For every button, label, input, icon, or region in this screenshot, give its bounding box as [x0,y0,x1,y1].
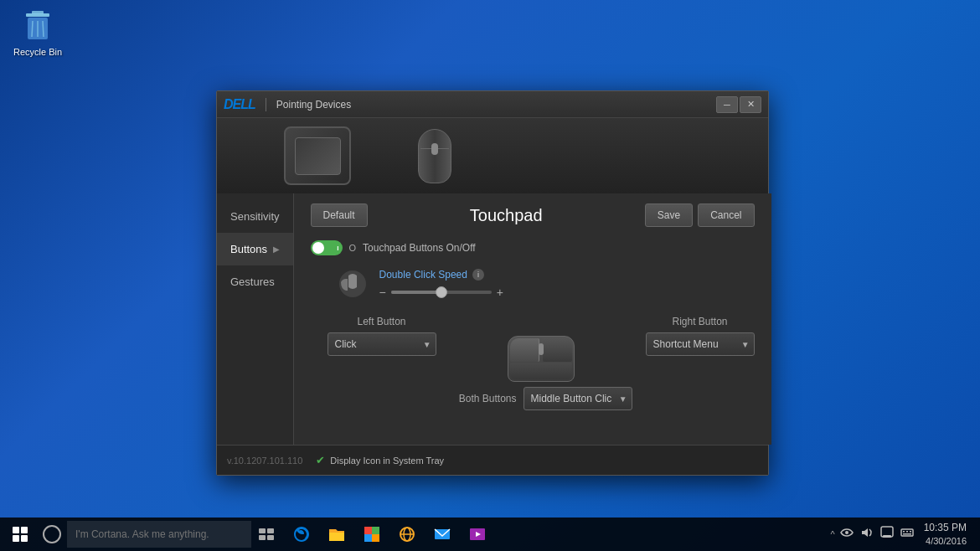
mouse-left-button-visual [510,338,539,362]
taskbar-explorer[interactable] [320,518,353,551]
start-button[interactable] [3,518,37,551]
buttons-section: Left Button Click Double Click Lock ▼ [311,316,755,410]
touchpad-toggle-row: l O Touchpad Buttons On/Off [311,240,755,255]
taskbar: ^ 10:35 PM [0,518,980,551]
double-click-speed-section: Double Click Speed i − + [311,267,755,301]
version-text: v.10.1207.101.110 [227,456,302,466]
cortana-icon [43,525,61,543]
left-button-col: Left Button Click Double Click Lock ▼ [328,316,436,356]
action-center-icon[interactable] [880,526,894,542]
svg-rect-11 [364,527,372,534]
middle-dropdown-wrapper: Middle Button Click Back Forward ▼ [524,387,632,410]
touchpad-toggle[interactable]: l [311,240,343,255]
left-button-label: Left Button [358,316,406,327]
svg-point-21 [845,531,848,534]
toggle-thumb [312,242,324,254]
middle-button-dropdown[interactable]: Middle Button Click Back Forward [524,387,632,410]
sidebar-item-sensitivity[interactable]: Sensitivity [217,200,293,233]
dialog-title: Pointing Devices [276,99,716,111]
dcs-slider-row: − + [379,286,503,299]
svg-rect-25 [903,531,905,533]
sidebar-item-buttons[interactable]: Buttons ▶ [217,233,293,265]
bottom-bar: v.10.1207.101.110 ✔ Display Icon in Syst… [217,445,768,475]
svg-rect-1 [32,11,44,14]
touchpad-device-icon[interactable] [284,126,351,185]
slider-minus-icon: − [379,286,386,299]
network-icon[interactable] [840,526,854,542]
device-header [217,118,768,193]
mouse-device-icon[interactable] [418,129,451,183]
right-button-label: Right Button [673,316,728,327]
svg-rect-24 [901,529,913,536]
window-controls: ─ ✕ [716,96,761,113]
cortana-button[interactable] [37,519,67,549]
svg-rect-28 [903,533,911,535]
svg-line-3 [32,21,33,37]
left-button-dropdown[interactable]: Click Double Click Lock [328,332,436,356]
minimize-button[interactable]: ─ [716,96,738,113]
cancel-button[interactable]: Cancel [698,203,754,227]
svg-rect-23 [883,535,891,538]
recycle-bin-label: Recycle Bin [13,47,62,58]
task-view-button[interactable] [251,519,281,549]
taskbar-right: ^ 10:35 PM [830,522,977,547]
taskbar-store[interactable] [355,518,389,551]
sidebar-item-gestures[interactable]: Gestures [217,265,293,298]
sidebar: Sensitivity Buttons ▶ Gestures [217,193,294,445]
sidebar-arrow-icon: ▶ [273,245,280,254]
panel-title: Touchpad [368,206,645,225]
svg-rect-8 [267,528,274,533]
slider-plus-icon: + [497,286,503,299]
taskbar-ie[interactable] [390,518,424,551]
start-icon [13,527,28,542]
show-hidden-icon[interactable]: ^ [830,529,834,539]
title-bar: DELL Pointing Devices ─ ✕ [217,91,768,118]
right-button-dropdown[interactable]: Shortcut Menu Click Double Click [646,332,755,356]
touchpad-toggle-label: Touchpad Buttons On/Off [363,242,476,254]
mouse-right-button-visual [543,338,572,362]
close-button[interactable]: ✕ [740,96,761,113]
main-panel: Default Touchpad Save Cancel l O Touchpa… [294,193,771,445]
volume-icon[interactable] [860,526,874,542]
taskbar-mail[interactable] [426,518,459,551]
dell-logo: DELL [224,97,255,112]
taskbar-apps [285,518,494,551]
right-button-col: Right Button Shortcut Menu Click Double … [646,316,755,356]
mouse-buttons-image [508,336,575,382]
systray-icons [840,526,914,542]
svg-line-5 [43,21,44,37]
right-dropdown-wrapper: Shortcut Menu Click Double Click ▼ [646,332,755,356]
dcs-label: Double Click Speed i [379,269,503,281]
recycle-bin-icon[interactable]: Recycle Bin [8,7,67,58]
both-buttons-label: Both Buttons [450,393,517,404]
info-icon[interactable]: i [472,269,484,281]
system-clock[interactable]: 10:35 PM 4/30/2016 [919,522,972,547]
toggle-off-label: O [349,243,357,253]
dcs-right: Double Click Speed i − + [379,269,503,299]
top-bar: Default Touchpad Save Cancel [311,203,755,227]
desktop: Recycle Bin DELL Pointing Devices ─ ✕ [0,0,980,551]
double-click-icon [336,267,369,301]
svg-rect-7 [259,528,266,533]
svg-rect-12 [372,527,379,534]
svg-rect-10 [267,535,274,540]
center-col: Both Buttons Middle Button Click Back Fo… [450,336,632,410]
dcs-slider[interactable] [391,291,492,294]
pointing-devices-dialog: DELL Pointing Devices ─ ✕ [216,90,769,476]
taskbar-media[interactable] [461,518,494,551]
cortana-search-input[interactable] [67,521,251,548]
both-buttons-row: Both Buttons Middle Button Click Back Fo… [450,387,632,410]
slider-thumb[interactable] [436,286,447,298]
svg-rect-13 [364,534,372,542]
keyboard-icon[interactable] [900,526,914,542]
default-button[interactable]: Default [311,203,368,227]
clock-time: 10:35 PM [924,522,967,535]
mouse-scroll-visual [539,343,544,355]
save-button[interactable]: Save [645,203,693,227]
tray-checkbox[interactable]: ✔ Display Icon in System Tray [316,454,444,466]
mouse-bottom-visual [510,363,572,379]
svg-rect-14 [372,534,379,542]
check-icon: ✔ [316,454,325,466]
left-dropdown-wrapper: Click Double Click Lock ▼ [328,332,436,356]
taskbar-edge[interactable] [285,518,318,551]
